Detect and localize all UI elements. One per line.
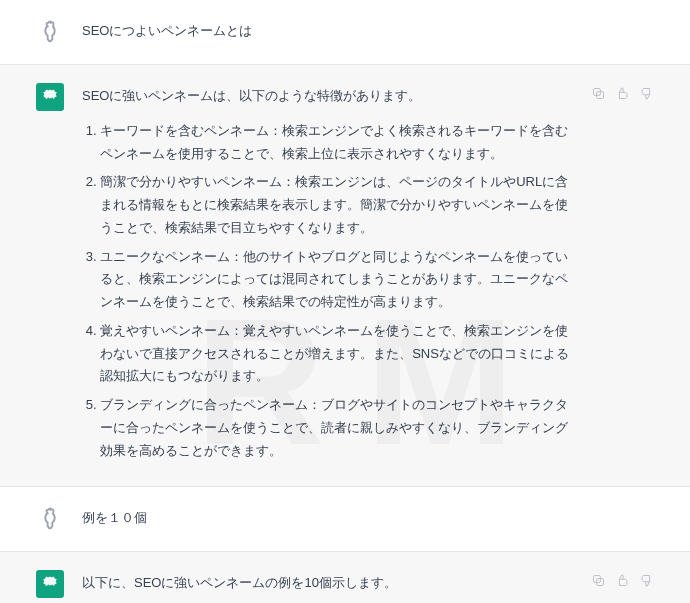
assistant-message: 以下に、SEOに強いペンネームの例を10個示します。 キーワードを含むペンネーム… <box>82 570 572 603</box>
thumbs-up-icon[interactable] <box>614 572 630 588</box>
assistant-list: キーワードを含むペンネーム：検索エンジンでよく検索されるキーワードを含むペンネー… <box>82 120 572 463</box>
thumbs-down-icon[interactable] <box>638 85 654 101</box>
chat-turn-assistant: 以下に、SEOに強いペンネームの例を10個示します。 キーワードを含むペンネーム… <box>0 552 690 603</box>
assistant-message: SEOに強いペンネームは、以下のような特徴があります。 キーワードを含むペンネー… <box>82 83 572 468</box>
message-actions <box>590 570 654 603</box>
assistant-intro: SEOに強いペンネームは、以下のような特徴があります。 <box>82 85 572 108</box>
copy-icon[interactable] <box>590 85 606 101</box>
user-text: 例を１０個 <box>82 507 654 530</box>
list-item: 簡潔で分かりやすいペンネーム：検索エンジンは、ページのタイトルやURLに含まれる… <box>100 171 572 239</box>
user-avatar <box>36 18 64 46</box>
copy-icon[interactable] <box>590 572 606 588</box>
chat-turn-user: SEOにつよいペンネームとは <box>0 0 690 65</box>
assistant-avatar <box>36 570 64 598</box>
list-item: キーワードを含むペンネーム：検索エンジンでよく検索されるキーワードを含むペンネー… <box>100 120 572 166</box>
list-item: 覚えやすいペンネーム：覚えやすいペンネームを使うことで、検索エンジンを使わないで… <box>100 320 572 388</box>
list-item: ブランディングに合ったペンネーム：ブログやサイトのコンセプトやキャラクターに合っ… <box>100 394 572 462</box>
thumbs-down-icon[interactable] <box>638 572 654 588</box>
user-message: SEOにつよいペンネームとは <box>82 18 654 46</box>
chat-turn-assistant: SEOに強いペンネームは、以下のような特徴があります。 キーワードを含むペンネー… <box>0 65 690 487</box>
assistant-intro: 以下に、SEOに強いペンネームの例を10個示します。 <box>82 572 572 595</box>
user-avatar <box>36 505 64 533</box>
chat-turn-user: 例を１０個 <box>0 487 690 552</box>
message-actions <box>590 83 654 468</box>
thumbs-up-icon[interactable] <box>614 85 630 101</box>
assistant-avatar <box>36 83 64 111</box>
list-item: ユニークなペンネーム：他のサイトやブログと同じようなペンネームを使っていると、検… <box>100 246 572 314</box>
user-message: 例を１０個 <box>82 505 654 533</box>
user-text: SEOにつよいペンネームとは <box>82 20 654 43</box>
